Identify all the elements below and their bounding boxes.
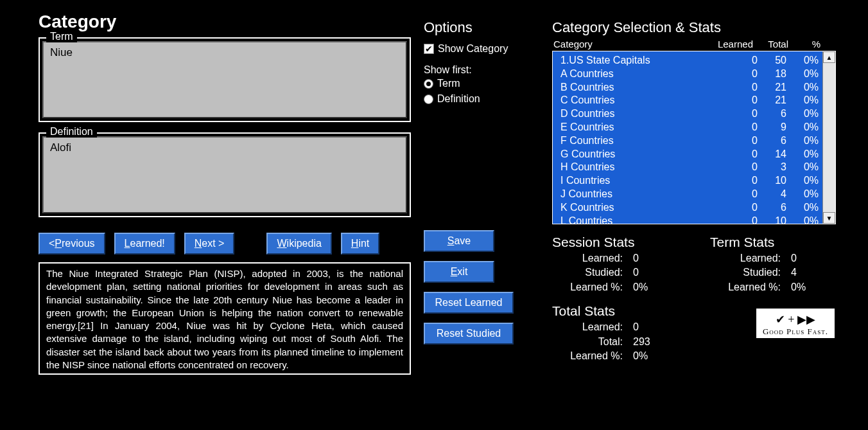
wikipedia-button[interactable]: Wikipedia [266, 233, 331, 255]
next-button[interactable]: Next > [184, 233, 235, 255]
list-item[interactable]: G Countries0140% [560, 148, 819, 161]
show-category-checkbox[interactable]: ✔ [424, 44, 434, 54]
show-first-definition-radio[interactable] [424, 94, 433, 104]
category-title: Category [39, 12, 411, 32]
previous-button[interactable]: < Previous [39, 233, 105, 255]
list-item[interactable]: F Countries060% [560, 134, 819, 148]
learned-button[interactable]: Learned! [114, 233, 175, 255]
show-first-definition-label: Definition [437, 93, 480, 105]
list-item[interactable]: J Countries040% [560, 188, 819, 201]
list-item[interactable]: K Countries060% [560, 201, 819, 215]
term-pct-label: Learned %: [710, 280, 781, 294]
list-item[interactable]: C Countries0210% [560, 94, 819, 107]
header-total: Total [753, 39, 788, 49]
total-pct-label: Learned %: [552, 349, 623, 363]
term-legend: Term [46, 31, 77, 42]
category-selection-title: Category Selection & Stats [552, 19, 836, 36]
save-button[interactable]: Save [424, 230, 494, 252]
session-stats: Session Stats Learned:0 Studied:0 Learne… [552, 235, 665, 294]
hint-box: The Niue Integrated Strategic Plan (NISP… [39, 262, 411, 375]
term-pct-value: 0% [791, 280, 823, 294]
list-item[interactable]: H Countries030% [560, 161, 819, 174]
session-learned-label: Learned: [552, 251, 623, 265]
definition-legend: Definition [46, 126, 97, 138]
total-total-label: Total: [552, 335, 623, 349]
term-studied-label: Studied: [710, 265, 781, 280]
list-item[interactable]: D Countries060% [560, 107, 819, 121]
nav-button-row: < Previous Learned! Next > Wikipedia Hin… [39, 233, 411, 255]
definition-fieldset: Definition Alofi [39, 132, 411, 217]
reset-studied-button[interactable]: Reset Studied [424, 323, 514, 345]
exit-button[interactable]: Exit [424, 261, 494, 283]
list-item[interactable]: 1.US State Capitals0500% [560, 54, 819, 67]
session-stats-title: Session Stats [552, 235, 665, 250]
term-learned-label: Learned: [710, 251, 781, 265]
session-pct-value: 0% [633, 280, 665, 294]
total-stats: Total Stats Learned:0 Total:293 Learned … [552, 303, 665, 363]
definition-box: Alofi [42, 136, 407, 213]
list-item[interactable]: I Countries0100% [560, 174, 819, 188]
category-table-header: Category Learned Total % [552, 39, 836, 49]
show-first-label: Show first: [424, 64, 539, 76]
list-item[interactable]: A Countries0180% [560, 67, 819, 81]
show-first-term-label: Term [437, 78, 460, 89]
header-category: Category [553, 39, 708, 49]
show-first-term-radio[interactable] [424, 79, 433, 89]
logo: ✔ + ▶▶ Good Plus Fast. [755, 307, 836, 339]
total-learned-value: 0 [633, 320, 665, 334]
term-fieldset: Term Niue [39, 37, 411, 122]
show-category-label: Show Category [438, 43, 508, 55]
list-item[interactable]: E Countries090% [560, 121, 819, 134]
term-box: Niue [42, 41, 407, 118]
total-pct-value: 0% [633, 349, 665, 363]
term-stats-title: Term Stats [710, 235, 823, 250]
total-learned-label: Learned: [552, 320, 623, 334]
scroll-down-icon[interactable]: ▼ [823, 212, 835, 224]
options-title: Options [424, 19, 539, 36]
scrollbar[interactable]: ▲ ▼ [822, 51, 835, 224]
logo-icons: ✔ + ▶▶ [763, 312, 828, 327]
scroll-up-icon[interactable]: ▲ [823, 51, 835, 63]
hint-button[interactable]: Hint [341, 233, 379, 255]
session-studied-value: 0 [633, 265, 665, 280]
list-item[interactable]: L Countries0100% [560, 215, 819, 224]
term-studied-value: 4 [791, 265, 823, 280]
logo-text: Good Plus Fast. [763, 327, 828, 337]
total-stats-title: Total Stats [552, 303, 665, 319]
category-listbox[interactable]: 1.US State Capitals0500%A Countries0180%… [553, 51, 822, 224]
term-stats: Term Stats Learned:0 Studied:4 Learned %… [710, 235, 823, 294]
header-learned: Learned [708, 39, 753, 49]
session-learned-value: 0 [633, 251, 665, 265]
term-learned-value: 0 [791, 251, 823, 265]
total-total-value: 293 [633, 335, 665, 349]
session-studied-label: Studied: [552, 265, 623, 280]
reset-learned-button[interactable]: Reset Learned [424, 292, 514, 314]
session-pct-label: Learned %: [552, 280, 623, 294]
header-pct: % [788, 39, 820, 49]
category-listbox-wrap: 1.US State Capitals0500%A Countries0180%… [552, 51, 836, 224]
list-item[interactable]: B Countries0210% [560, 81, 819, 94]
